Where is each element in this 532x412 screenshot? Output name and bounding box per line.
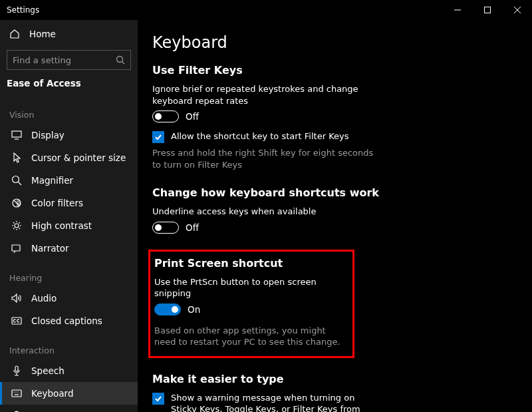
sidebar-item-label: Magnifier	[31, 175, 73, 186]
sidebar-item-magnifier[interactable]: Magnifier	[0, 169, 138, 192]
sidebar-item-label: Display	[31, 130, 65, 140]
sidebar-item-keyboard[interactable]: Keyboard	[0, 382, 138, 405]
svg-rect-23	[15, 366, 18, 371]
page-title: Keyboard	[152, 33, 517, 52]
sidebar-item-label: Narrator	[31, 243, 69, 254]
speech-icon	[11, 365, 22, 376]
svg-point-20	[15, 224, 19, 228]
svg-point-4	[117, 57, 123, 63]
svg-line-18	[19, 222, 21, 224]
high-contrast-icon	[11, 220, 22, 231]
section-shortcuts: Change how keyboard shortcuts work Under…	[152, 186, 517, 234]
closed-captions-icon	[11, 317, 22, 325]
sidebar-home-label: Home	[29, 29, 56, 39]
group-label-interaction: Interaction	[0, 332, 138, 359]
group-label-vision: Vision	[0, 97, 138, 124]
svg-rect-24	[12, 390, 21, 397]
titlebar: Settings	[0, 0, 532, 20]
sidebar-home[interactable]: Home	[0, 22, 138, 46]
sidebar: Home Find a setting Ease of Access Visio…	[0, 20, 138, 412]
svg-rect-6	[12, 131, 21, 137]
underline-access-keys-state: Off	[186, 222, 199, 233]
search-icon	[116, 55, 125, 65]
sidebar-item-closedcaptions[interactable]: Closed captions	[0, 309, 138, 332]
cursor-icon	[11, 152, 22, 163]
warning-label: Show a warning message when turning on S…	[171, 392, 377, 412]
close-button[interactable]	[502, 0, 532, 20]
sidebar-item-display[interactable]: Display	[0, 124, 138, 146]
svg-rect-21	[12, 245, 20, 251]
sidebar-item-label: Audio	[31, 293, 57, 304]
svg-line-17	[19, 228, 21, 230]
search-placeholder: Find a setting	[13, 55, 116, 65]
minimize-button[interactable]	[442, 0, 472, 20]
checkmark-icon	[154, 133, 162, 141]
sidebar-item-label: Speech	[31, 365, 65, 376]
filter-keys-hint: Press and hold the right Shift key for e…	[152, 147, 378, 170]
magnifier-icon	[11, 175, 22, 186]
warning-checkbox[interactable]	[152, 393, 164, 405]
sidebar-item-label: Keyboard	[31, 388, 73, 399]
printscreen-hint: Based on other app settings, you might n…	[154, 325, 344, 348]
printscreen-heading: Print Screen shortcut	[154, 257, 344, 270]
window-title: Settings	[7, 5, 39, 15]
audio-icon	[11, 294, 22, 303]
sidebar-item-label: Cursor & pointer size	[31, 152, 126, 163]
svg-line-16	[13, 222, 15, 224]
keyboard-icon	[11, 389, 22, 397]
filter-keys-toggle[interactable]	[152, 110, 179, 122]
sidebar-item-label: Closed captions	[31, 315, 102, 326]
checkmark-icon	[154, 395, 162, 403]
svg-line-19	[13, 228, 15, 230]
sidebar-item-highcontrast[interactable]: High contrast	[0, 214, 138, 237]
svg-rect-1	[484, 7, 490, 13]
group-label-hearing: Hearing	[0, 260, 138, 287]
section-easier-type: Make it easier to type Show a warning me…	[152, 373, 517, 412]
home-icon	[9, 29, 20, 39]
shortcuts-heading: Change how keyboard shortcuts work	[152, 186, 517, 199]
svg-line-9	[19, 182, 22, 186]
highlight-printscreen: Print Screen shortcut Use the PrtScn but…	[148, 250, 354, 358]
maximize-button[interactable]	[472, 0, 502, 20]
filter-keys-shortcut-label: Allow the shortcut key to start Filter K…	[171, 130, 348, 142]
svg-line-5	[122, 62, 125, 65]
shortcuts-desc: Underline access keys when available	[152, 206, 378, 218]
printscreen-desc: Use the PrtScn button to open screen sni…	[154, 276, 344, 300]
main-content: Keyboard Use Filter Keys Ignore brief or…	[138, 20, 532, 412]
display-icon	[11, 130, 22, 140]
color-filters-icon	[11, 198, 22, 208]
filter-keys-heading: Use Filter Keys	[152, 64, 517, 77]
filter-keys-shortcut-checkbox[interactable]	[152, 131, 164, 143]
sidebar-item-narrator[interactable]: Narrator	[0, 237, 138, 260]
sidebar-item-speech[interactable]: Speech	[0, 359, 138, 382]
easier-type-heading: Make it easier to type	[152, 373, 517, 385]
filter-keys-toggle-state: Off	[186, 111, 199, 122]
sidebar-item-mouse[interactable]: Mouse	[0, 405, 138, 412]
section-filter-keys: Use Filter Keys Ignore brief or repeated…	[152, 64, 517, 170]
sidebar-item-cursor[interactable]: Cursor & pointer size	[0, 146, 138, 169]
sidebar-item-label: Color filters	[31, 198, 83, 208]
filter-keys-desc: Ignore brief or repeated keystrokes and …	[152, 83, 378, 106]
printscreen-toggle[interactable]	[154, 304, 181, 315]
sidebar-item-audio[interactable]: Audio	[0, 287, 138, 309]
narrator-icon	[11, 244, 22, 253]
sidebar-item-colorfilters[interactable]: Color filters	[0, 192, 138, 214]
search-input[interactable]: Find a setting	[7, 50, 131, 70]
underline-access-keys-toggle[interactable]	[152, 222, 179, 234]
sidebar-category: Ease of Access	[0, 75, 138, 97]
sidebar-item-label: High contrast	[31, 220, 92, 231]
printscreen-toggle-state: On	[188, 304, 200, 315]
svg-point-8	[13, 176, 19, 183]
